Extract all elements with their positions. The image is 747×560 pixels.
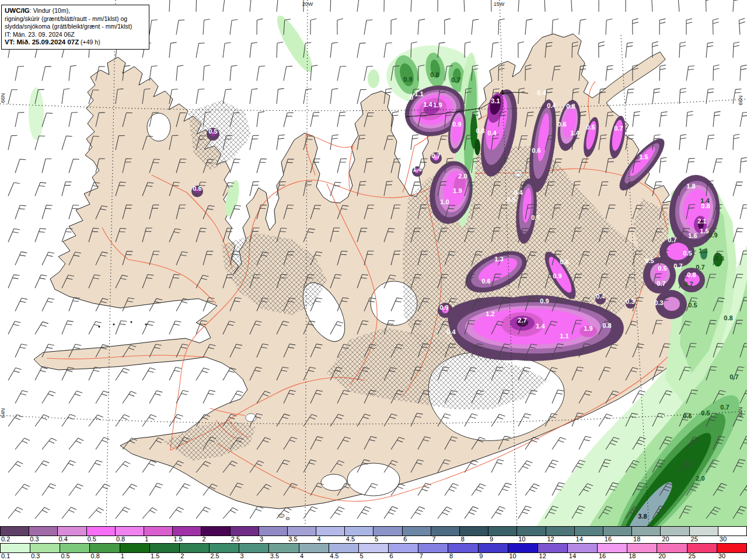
precip-value-label: 0.4 [537, 89, 546, 96]
colorbar-sleet-snow [0, 526, 747, 536]
colorbar-tick-label: 0.2 [0, 536, 10, 542]
precip-value-label: 1.4 [570, 130, 580, 136]
colorbar-tick-label: 20 [657, 552, 665, 559]
precip-value-label: 0 [410, 94, 413, 101]
precip-value-label: 1.3 [494, 256, 503, 262]
colorbar-tick-label: 2 [201, 536, 206, 542]
colorbar-cell [60, 544, 90, 552]
precip-value-label: 0.7 [720, 404, 729, 411]
colorbar-tick-label: 18 [627, 552, 636, 559]
colorbar-cell [517, 527, 546, 536]
colorbar-cell [329, 544, 359, 552]
precip-value-label: 0.9 [553, 272, 561, 279]
precip-value-label: 1.9 [584, 325, 592, 332]
colorbar-cell [546, 527, 575, 536]
precip-value-label: 0.7 [657, 280, 665, 287]
colorbar-cell [657, 544, 687, 552]
precip-value-label: 0.5 [683, 250, 692, 257]
colorbar-cell [389, 544, 418, 552]
colorbar-cell [538, 544, 568, 552]
precip-value-label: 0.8 [701, 202, 710, 209]
precip-value-label: 0.8 [602, 322, 611, 329]
precip-value-label: 2.1 [697, 218, 706, 225]
precip-value-label: 0.5 [658, 265, 666, 272]
precip-value-label: 0.8 [724, 314, 732, 321]
colorbar-cell [598, 544, 627, 552]
colorbar-tick-label: 3 [259, 536, 263, 542]
colorbar-tick-label: 6 [389, 552, 393, 559]
precip-value-label: 1.4 [413, 166, 422, 173]
colorbar-cell [460, 527, 488, 536]
colorbar-cell [632, 527, 661, 536]
colorbar-tick-label: 3.5 [269, 552, 279, 559]
precip-value-label: 0.4 [487, 130, 497, 136]
colorbar-tick-label: 1 [144, 536, 148, 542]
precip-value-label: 0.5 [586, 124, 595, 131]
colorbar-tick-label: 0.5 [86, 536, 96, 542]
drangajokull-glacier [147, 113, 170, 141]
colorbar-tick-label: 4.5 [329, 552, 338, 559]
colorbar-cell [718, 527, 746, 536]
colorbar-cell [120, 544, 150, 552]
precip-value-label: 0.8 [687, 271, 696, 278]
precip-value-label: 0.6 [557, 121, 566, 128]
graticule-label: 64N [0, 408, 6, 418]
precip-value-label: 1.9 [433, 102, 442, 108]
colorbar-cell [687, 544, 717, 552]
weather-map-app: 0.90.80.7401.11.41.93.10.90.80.40.40.40.… [0, 0, 747, 560]
colorbar-tick-label: 0.3 [30, 552, 40, 559]
product-subtitle: : Vindur (10m), [30, 7, 70, 14]
colorbar-cell [603, 527, 632, 536]
colorbar-tick-label: 3 [239, 552, 244, 559]
colorbar-cell [144, 527, 173, 536]
colorbar-cell [359, 544, 389, 552]
colorbar-tick-label: 4 [316, 536, 321, 542]
colorbar-cell [58, 527, 86, 536]
colorbar-tick-label: 0.1 [0, 552, 10, 559]
colorbar-tick-label: 1.5 [172, 536, 182, 542]
colorbar-cell [568, 544, 598, 552]
graticule-label: 66N [738, 96, 743, 106]
graticule-label: 66N [0, 93, 6, 103]
colorbar-tick-label: 8 [448, 552, 453, 559]
colorbar-cell [231, 527, 259, 536]
colorbar-tick-label: 16 [598, 552, 606, 559]
precip-value-label: 1.4 [536, 323, 545, 330]
colorbar-tick-label: 0.4 [57, 536, 67, 542]
precip-value-label: 3.8 [638, 513, 647, 520]
precip-value-label: 0.7 [431, 152, 440, 159]
colorbar-cell [288, 527, 316, 536]
colorbar-cell [30, 544, 60, 552]
colorbar-tick-label: 4.5 [345, 536, 355, 542]
precip-value-label: 1.0 [440, 198, 449, 205]
colorbar-tick-label: 10 [508, 552, 516, 559]
precip-value-label: 2.0 [458, 173, 467, 180]
precip-value-label: 0.6 [560, 258, 568, 265]
precip-value-label: 0.7 [451, 76, 460, 83]
colorbar-tick-label: 0.3 [29, 536, 39, 542]
colorbar-tick-label: 1 [120, 552, 124, 559]
colorbar-tick-label: 0.8 [115, 536, 125, 542]
precip-value-label: 0.7 [614, 125, 623, 132]
colorbar-cell [1, 544, 30, 552]
colorbar-tick-label: 6 [402, 536, 407, 542]
precip-value-label: 4 [500, 89, 504, 96]
colorbar-cell [488, 527, 517, 536]
colorbar-cell [1, 527, 29, 536]
colorbar-tick-label: 1.5 [149, 552, 159, 559]
precip-value-label: 1.4 [423, 101, 432, 108]
graticule-label: 20W [302, 1, 313, 7]
forecast-map: 0.90.80.7401.11.41.93.10.90.80.40.40.40.… [0, 0, 747, 526]
precip-value-label: 0.5 [701, 410, 710, 416]
colorbar-cell [201, 527, 230, 536]
precip-value-label: 0.4 [547, 102, 556, 109]
precip-value-label: 0.8 [566, 103, 575, 110]
colorbar-cell [690, 527, 718, 536]
colorbar-cell [173, 527, 201, 536]
legend-line-rain: rigning/skúrir (grænt/blátt/rautt - mm/1… [5, 15, 127, 22]
precip-value-label: 0.7 [684, 281, 693, 288]
precip-value-label: 0.6 [683, 412, 692, 419]
colorbar-tick-label: 2 [179, 552, 184, 559]
colorbar-sleet-snow-labels: 0.20.30.40.50.811.522.533.544.5567891012… [0, 536, 747, 543]
colorbar-rain [0, 543, 747, 553]
